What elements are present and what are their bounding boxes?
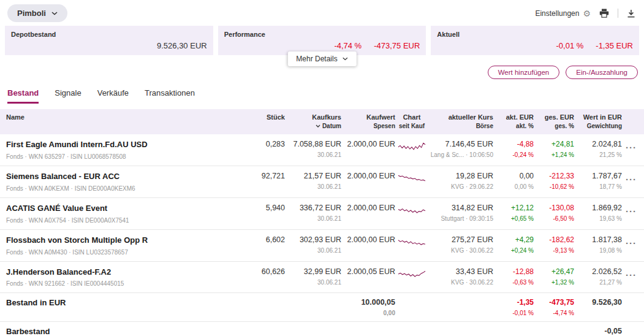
tab-bestand[interactable]: Bestand: [7, 86, 39, 104]
header-gewichtung-label: Gewichtung: [587, 123, 622, 129]
instrument-name[interactable]: First Eagle Amundi Intern.Fd.AU USD: [6, 140, 253, 150]
ges-pct-value: -6,50 %: [536, 215, 574, 222]
sparkline[interactable]: [398, 235, 426, 248]
kauf-datum: 30.06.21: [287, 215, 341, 222]
row-menu-button[interactable]: ···: [624, 172, 638, 184]
deposit-withdraw-button[interactable]: Ein-/Auszahlung: [566, 66, 638, 79]
kaufkurs-cell: 336,72 EUR 30.06.21: [287, 204, 341, 222]
header-name: Name: [6, 113, 253, 121]
kurs-cell: 275,27 EUR KVG · 30.06.22: [428, 235, 493, 254]
name-cell: J.Henderson Balanced-F.A2 Fonds · WKN 92…: [6, 267, 253, 288]
instrument-name[interactable]: Siemens Balanced - EUR ACC: [6, 172, 253, 182]
add-value-button[interactable]: Wert hinzufügen: [488, 66, 560, 79]
header-ges-pct-label: ges. %: [555, 123, 574, 129]
summary-akt-pct-value: -0,01 %: [496, 310, 534, 316]
card-label: Aktuell: [437, 31, 633, 38]
summary-wert-value: -0,05: [577, 327, 622, 335]
sort-kaufwert[interactable]: Kaufwert: [344, 113, 395, 121]
kurs-value: 314,82 EUR: [428, 204, 493, 212]
header-chart-label: Chart: [398, 113, 426, 121]
kaufkurs-value: 302,93 EUR: [287, 235, 341, 244]
sort-datum[interactable]: Datum: [287, 123, 341, 129]
sort-akt-eur[interactable]: akt. EUR: [496, 113, 534, 121]
settings-button[interactable]: Einstellungen ⚙: [535, 9, 591, 18]
card-values: -4,74 % -473,75 EUR: [334, 41, 420, 50]
header-kaufkurs: Kaufkurs Datum: [287, 113, 341, 129]
account-selector[interactable]: Pimboli: [7, 4, 67, 22]
sort-kaufkurs[interactable]: Kaufkurs: [287, 113, 341, 121]
summary-card: Performance -4,74 % -473,75 EUR: [218, 26, 426, 55]
ges-pct-value: +1,32 %: [536, 279, 574, 286]
kurs-cell: 314,82 EUR Stuttgart · 09:30:15: [428, 204, 493, 222]
row-menu-button[interactable]: ···: [624, 267, 638, 280]
sort-kurs[interactable]: aktueller Kurs: [428, 113, 493, 121]
boerse-info: KVG · 29.06.22: [428, 183, 493, 190]
actions-strip: Mehr Details Wert hinzufügen Ein-/Auszah…: [0, 55, 644, 85]
header-akt-eur: akt. EUR akt. %: [496, 113, 534, 129]
kurs-value: 275,27 EUR: [428, 235, 493, 244]
akt-cell: +12,12 +0,65 %: [496, 204, 534, 222]
summary-wert-cell: -0,05: [577, 327, 622, 335]
sort-ges-eur[interactable]: ges. EUR: [536, 113, 574, 121]
stueck-value: 92,721: [256, 172, 285, 180]
summary-card: Depotbestand 9.526,30 EUR: [5, 26, 213, 55]
akt-eur-value: -12,88: [496, 267, 534, 276]
settings-label: Einstellungen: [535, 9, 579, 18]
name-cell: ACATIS GANÉ Value Event Fonds · WKN A0X7…: [6, 204, 253, 224]
stueck-cell: 60,626: [256, 267, 285, 276]
chevron-down-icon: [51, 12, 58, 15]
ges-cell: -212,33 -10,62 %: [536, 172, 574, 190]
akt-cell: -12,88 -0,63 %: [496, 267, 534, 286]
table-header: Name Stück Kaufkurs Datum Kaufwert Spese…: [0, 109, 644, 134]
sparkline[interactable]: [398, 172, 426, 185]
instrument-name[interactable]: ACATIS GANÉ Value Event: [6, 204, 253, 214]
wert-cell: 1.787,67 18,77 %: [577, 172, 622, 190]
instrument-meta: Fonds · WKN A0KEXM · ISIN DE000A0KEXM6: [6, 185, 253, 192]
summary-row: Bestand in EUR 10.000,05 0,00 -1,35 -0,0…: [0, 293, 644, 322]
header-akt-pct-label: akt. %: [516, 123, 534, 129]
row-menu-button[interactable]: ···: [624, 235, 638, 248]
tab-verk-ufe[interactable]: Verkäufe: [97, 86, 129, 104]
account-name: Pimboli: [17, 9, 46, 18]
kaufkurs-cell: 32,99 EUR 30.06.21: [287, 267, 341, 286]
tab-signale[interactable]: Signale: [55, 86, 81, 104]
instrument-meta: Fonds · WKN A0M430 · ISIN LU0323578657: [6, 249, 253, 256]
ges-cell: +26,47 +1,32 %: [536, 267, 574, 286]
gewichtung-value: 21,25 %: [577, 151, 622, 158]
kauf-datum: 30.06.21: [287, 183, 341, 190]
kurs-value: 7.146,45 EUR: [428, 140, 493, 148]
sort-name[interactable]: Name: [6, 113, 253, 121]
portfolio-actions: Wert hinzufügen Ein-/Auszahlung: [488, 66, 638, 79]
summary-row: Barbestand -0,05: [0, 322, 644, 336]
summary-wert-cell: 9.526,30: [577, 298, 622, 307]
sort-stueck[interactable]: Stück: [256, 113, 285, 121]
summary-label-cell: Bestand in EUR: [6, 298, 253, 307]
summary-label: Barbestand: [6, 327, 253, 336]
holdings-table: Name Stück Kaufkurs Datum Kaufwert Spese…: [0, 109, 644, 336]
more-details-button[interactable]: Mehr Details: [287, 52, 356, 66]
download-icon: [627, 9, 635, 18]
sparkline[interactable]: [398, 267, 426, 280]
kurs-cell: 7.146,45 EUR Lang & Sc... · 10:06:50: [428, 140, 493, 158]
sort-wert[interactable]: Wert in EUR: [577, 113, 622, 121]
tab-transaktionen[interactable]: Transaktionen: [145, 86, 195, 104]
download-button[interactable]: [626, 8, 637, 19]
card-value: -473,75 EUR: [374, 41, 420, 50]
kaufkurs-value: 336,72 EUR: [287, 204, 341, 212]
summary-label-cell: Barbestand: [6, 327, 253, 336]
row-menu-button[interactable]: ···: [624, 204, 638, 216]
kaufwert-value: 2.000,00 EUR: [344, 204, 395, 212]
ges-eur-value: -182,62: [536, 235, 574, 244]
summary-akt-cell: -1,35 -0,01 %: [496, 298, 534, 316]
sparkline[interactable]: [398, 204, 426, 216]
instrument-meta: Fonds · WKN 921662 · ISIN IE0004445015: [6, 280, 253, 287]
sparkline[interactable]: [398, 140, 426, 153]
row-menu-button[interactable]: ···: [624, 140, 638, 152]
kauf-datum: 30.06.21: [287, 151, 341, 158]
instrument-name[interactable]: Flossbach von Storch Multiple Opp R: [6, 235, 253, 246]
wert-value: 2.024,81: [577, 140, 622, 148]
print-button[interactable]: [598, 7, 610, 19]
instrument-name[interactable]: J.Henderson Balanced-F.A2: [6, 267, 253, 278]
akt-pct-value: 0,00 %: [496, 183, 534, 190]
summary-kaufwert-cell: 10.000,05 0,00: [344, 298, 395, 316]
